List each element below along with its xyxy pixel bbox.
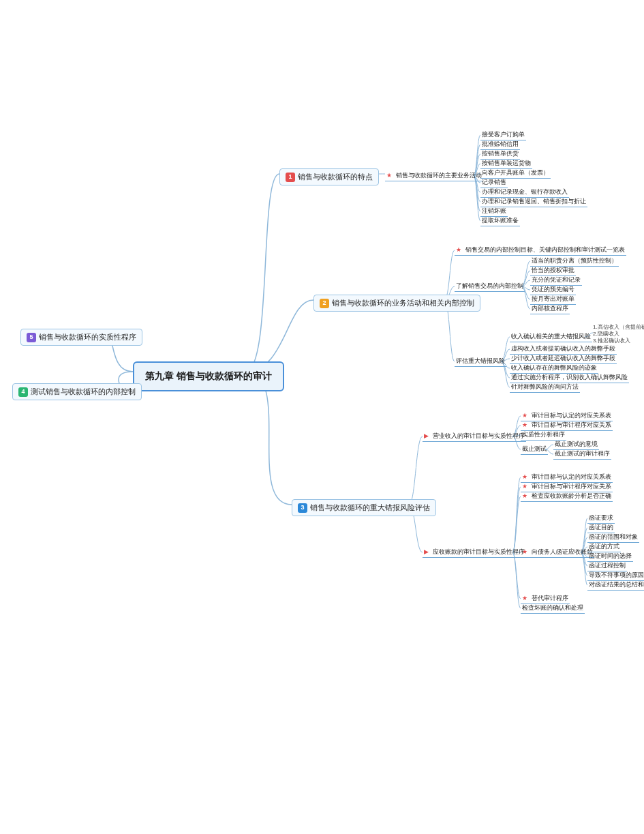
node-3-1-operating-revenue[interactable]: ▶ 营业收入的审计目标与实质性程序 xyxy=(423,431,526,442)
star-icon: ★ xyxy=(522,492,527,501)
leaf-provision-bad-debt[interactable]: 提取坏账准备 xyxy=(480,215,520,226)
node-2-2-label: 了解销售交易的内部控制 xyxy=(456,282,523,289)
node-3-2-receivables[interactable]: ▶ 应收账款的审计目标与实质性程序 xyxy=(423,547,526,558)
node-3-risk-assessment[interactable]: 3 销售与收款循环的重大错报风险评估 xyxy=(292,499,436,516)
leaf-32-bad-debt-check[interactable]: 检查坏账的确认和处理 xyxy=(521,603,585,614)
node-1-1-main-activities[interactable]: ★ 销售与收款循环的主要业务活动 xyxy=(385,170,483,181)
leaf-revenue-recognition-risk[interactable]: 收入确认相关的重大错报风险 xyxy=(510,331,592,342)
star-icon: ★ xyxy=(522,594,527,603)
node-1-1-label: 销售与收款循环的主要业务活动 xyxy=(396,172,482,179)
leaf-internal-verification[interactable]: 内部核查程序 xyxy=(530,303,570,314)
node-2-3-assess-risks[interactable]: 评估重大错报风险 xyxy=(455,356,506,367)
leaf-cutoff-procedures[interactable]: 截止测试的审计程序 xyxy=(553,449,611,460)
star-icon: ★ xyxy=(456,245,461,254)
node-1-features[interactable]: 1 销售与收款循环的特点 xyxy=(279,168,379,185)
badge-2-icon: 2 xyxy=(320,299,329,308)
node-4-test-internal-control[interactable]: 4 测试销售与收款循环的内部控制 xyxy=(12,383,142,400)
node-2-activities-controls[interactable]: 2 销售与收款循环的业务活动和相关内部控制 xyxy=(313,295,480,312)
node-1-label: 销售与收款循环的特点 xyxy=(298,172,373,182)
flag-icon: ▶ xyxy=(424,548,429,556)
root-node[interactable]: 第九章 销售与收款循环的审计 xyxy=(133,361,284,391)
star-icon: ★ xyxy=(522,473,527,481)
leaf-32-aging-analysis[interactable]: ★ 检查应收款账龄分析是否正确 xyxy=(521,491,613,502)
node-3-1-label: 营业收入的审计目标与实质性程序 xyxy=(433,432,525,439)
badge-1-icon: 1 xyxy=(286,173,295,182)
root-label: 第九章 销售与收款循环的审计 xyxy=(145,370,272,381)
node-3-2-label: 应收账款的审计目标与实质性程序 xyxy=(433,548,525,555)
star-icon: ★ xyxy=(522,411,527,420)
node-5-label: 销售与收款循环的实质性程序 xyxy=(39,332,136,342)
node-2-3-label: 评估重大错报风险 xyxy=(456,357,505,364)
leaf-conf-evaluation[interactable]: 对函证结果的总结和评价 xyxy=(587,580,644,591)
node-2-1-control-objectives-table[interactable]: ★ 销售交易的内部控制目标、关键内部控制和审计测试一览表 xyxy=(455,245,626,256)
side-annotation-revenue-types: 1.高估收入（含提前确认收入） 2.隐瞒收入 3.推迟确认收入 xyxy=(593,324,644,344)
node-2-1-label: 销售交易的内部控制目标、关键内部控制和审计测试一览表 xyxy=(465,246,625,253)
leaf-31-cutoff[interactable]: 截止测试 xyxy=(521,444,548,455)
leaf-32-confirmation[interactable]: ★ 向债务人函证应收账款 xyxy=(521,547,594,558)
star-icon: ★ xyxy=(522,421,527,430)
leaf-inquiry-methods[interactable]: 针对舞弊风险的询问方法 xyxy=(510,382,580,393)
star-icon: ★ xyxy=(522,482,527,491)
node-4-label: 测试销售与收款循环的内部控制 xyxy=(31,387,136,397)
node-5-sales-substantive[interactable]: 5 销售与收款循环的实质性程序 xyxy=(20,329,142,346)
node-3-label: 销售与收款循环的重大错报风险评估 xyxy=(310,503,430,513)
badge-5-icon: 5 xyxy=(27,333,36,342)
node-2-2-understand-controls[interactable]: 了解销售交易的内部控制 xyxy=(455,281,525,292)
flag-icon: ▶ xyxy=(424,432,429,441)
node-2-label: 销售与收款循环的业务活动和相关内部控制 xyxy=(332,298,474,308)
badge-4-icon: 4 xyxy=(18,387,28,397)
mindmap-canvas: 第九章 销售与收款循环的审计 5 销售与收款循环的实质性程序 4 测试销售与收款… xyxy=(0,0,644,834)
badge-3-icon: 3 xyxy=(298,503,307,513)
star-icon: ★ xyxy=(522,548,527,556)
star-icon: ★ xyxy=(386,171,392,180)
